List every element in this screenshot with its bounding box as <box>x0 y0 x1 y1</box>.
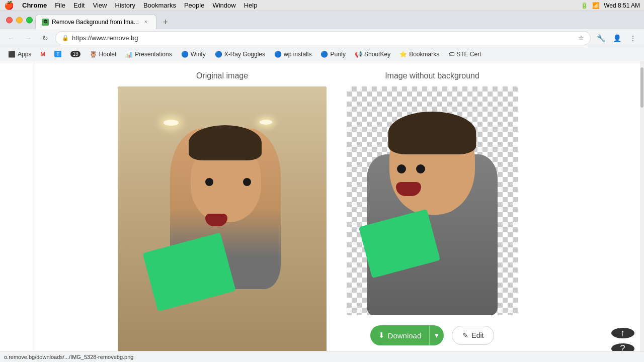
original-image-section: Original image <box>118 71 327 351</box>
scrollbar[interactable] <box>640 61 644 351</box>
original-image <box>118 86 327 351</box>
chrome-window: 🖼 Remove Background from Ima... × + ← → … <box>0 11 644 362</box>
menu-view[interactable]: View <box>93 2 107 9</box>
download-main[interactable]: ⬇ Download <box>370 325 430 345</box>
tab-favicon: 🖼 <box>42 19 49 26</box>
tab-close-button[interactable]: × <box>142 18 150 26</box>
bookmark-apps[interactable]: ⬛ Apps <box>4 50 35 59</box>
menu-history[interactable]: History <box>115 2 135 9</box>
menu-chrome[interactable]: Chrome <box>22 2 47 9</box>
original-image-label: Original image <box>196 71 248 80</box>
bookmark-xray[interactable]: 🔵 X-Ray Goggles <box>211 50 269 59</box>
edit-label: Edit <box>471 331 484 339</box>
url-text: https://www.remove.bg <box>72 34 575 42</box>
xray-icon: 🔵 <box>215 51 222 58</box>
edit-icon: ✎ <box>462 331 468 339</box>
secure-icon: 🔒 <box>62 35 69 41</box>
bookmarks-bar: ⬛ Apps M T 13 🦉 Hoolet 📊 Presentations 🔵… <box>0 47 644 61</box>
scrollbar-thumb[interactable] <box>640 67 643 108</box>
hoolet-label: Hoolet <box>99 51 117 58</box>
back-button[interactable]: ← <box>4 31 18 45</box>
bookmark-apps-label: Apps <box>18 51 31 58</box>
edit-button[interactable]: ✎ Edit <box>452 326 494 345</box>
new-tab-button[interactable]: + <box>158 15 173 29</box>
bookmark-shoutkey[interactable]: 📢 ShoutKey <box>351 50 394 59</box>
menu-people[interactable]: People <box>184 2 204 9</box>
download-button[interactable]: ⬇ Download ▾ <box>370 325 444 345</box>
result-image-section: Image without background <box>347 71 518 351</box>
extensions-button[interactable]: 🔧 <box>594 31 608 45</box>
bookmarks-icon: ⭐ <box>399 51 407 58</box>
menu-file[interactable]: File <box>55 2 65 9</box>
menu-button[interactable]: ⋮ <box>626 31 640 45</box>
bookmark-purify[interactable]: 🔵 Purify <box>316 50 350 59</box>
menu-time: Wed 8:51 AM <box>604 2 640 9</box>
window-controls <box>6 17 33 24</box>
action-row: ⬇ Download ▾ ✎ Edit <box>370 325 495 345</box>
bookmark-trello[interactable]: T <box>50 50 65 58</box>
maximize-button[interactable] <box>26 17 33 24</box>
menu-bar: 🍎 Chrome File Edit View History Bookmark… <box>0 0 644 11</box>
profile-button[interactable]: 👤 <box>610 31 624 45</box>
menu-battery: 🔋 <box>581 2 588 9</box>
bookmark-wp[interactable]: 🔵 wp installs <box>270 50 315 59</box>
url-bar[interactable]: 🔒 https://www.remove.bg ☆ <box>55 31 591 45</box>
left-sidebar <box>0 61 34 351</box>
download-dropdown[interactable]: ▾ <box>429 325 444 345</box>
trello-icon: T <box>54 51 61 57</box>
bookmark-presentations[interactable]: 📊 Presentations <box>121 50 176 59</box>
wp-label: wp installs <box>284 51 311 58</box>
bookmark-hoolet[interactable]: 🦉 Hoolet <box>86 50 121 59</box>
menu-window[interactable]: Window <box>212 2 235 9</box>
main-content: Original image <box>34 61 601 351</box>
hoolet-icon: 🦉 <box>90 51 97 58</box>
apple-menu[interactable]: 🍎 <box>4 1 14 10</box>
result-image-label: Image without background <box>385 71 479 80</box>
close-button[interactable] <box>6 17 13 24</box>
tab-title: Remove Background from Ima... <box>52 19 139 26</box>
browser-tab[interactable]: 🖼 Remove Background from Ima... × <box>35 14 156 29</box>
menu-edit[interactable]: Edit <box>73 2 85 9</box>
presentations-icon: 📊 <box>125 51 133 58</box>
menu-wifi: 📶 <box>592 2 600 9</box>
bookmark-13[interactable]: 13 <box>66 50 84 58</box>
forward-button[interactable]: → <box>21 31 35 45</box>
minimize-button[interactable] <box>16 17 23 24</box>
apps-icon: ⬛ <box>8 51 16 58</box>
menu-bookmarks[interactable]: Bookmarks <box>143 2 176 9</box>
shoutkey-label: ShoutKey <box>364 51 390 58</box>
wirify-icon: 🔵 <box>181 51 189 58</box>
menu-help[interactable]: Help <box>244 2 258 9</box>
wirify-label: Wirify <box>191 51 206 58</box>
download-icon: ⬇ <box>378 331 385 340</box>
bookmark-ste[interactable]: 🏷 STE Cert <box>444 50 485 59</box>
bg-removed-image <box>347 86 518 315</box>
tab-bar: 🖼 Remove Background from Ima... × + <box>0 11 644 29</box>
bookmark-gmail[interactable]: M <box>36 50 49 59</box>
presentations-label: Presentations <box>135 51 172 58</box>
xray-label: X-Ray Goggles <box>224 51 265 58</box>
wp-icon: 🔵 <box>274 51 282 58</box>
download-label: Download <box>388 331 422 340</box>
scroll-top-button[interactable]: ↑ <box>611 328 634 338</box>
purify-icon: 🔵 <box>320 51 328 58</box>
help-button[interactable]: ? <box>611 343 634 351</box>
bookmark-icon[interactable]: ☆ <box>578 34 584 42</box>
bookmark-wirify[interactable]: 🔵 Wirify <box>177 50 210 59</box>
ste-label: STE Cert <box>456 51 481 58</box>
bookmark-bookmarks[interactable]: ⭐ Bookmarks <box>395 50 443 59</box>
shoutkey-icon: 📢 <box>355 51 362 58</box>
bookmarks-label: Bookmarks <box>409 51 439 58</box>
gmail-icon: M <box>40 51 45 58</box>
images-row: Original image <box>118 71 518 351</box>
reload-button[interactable]: ↻ <box>38 31 52 45</box>
address-right-icons: 🔧 👤 ⋮ <box>594 31 640 45</box>
menu-right: 🔋 📶 Wed 8:51 AM <box>581 2 640 9</box>
badge-13: 13 <box>70 51 80 57</box>
ste-icon: 🏷 <box>448 51 454 58</box>
page-content: Original image <box>0 61 644 351</box>
right-sidebar: ↑ ? <box>601 61 644 351</box>
status-url: o.remove.bg/downloads/.../IMG_5328-remov… <box>4 354 133 360</box>
purify-label: Purify <box>330 51 346 58</box>
status-bar: o.remove.bg/downloads/.../IMG_5328-remov… <box>0 351 644 362</box>
